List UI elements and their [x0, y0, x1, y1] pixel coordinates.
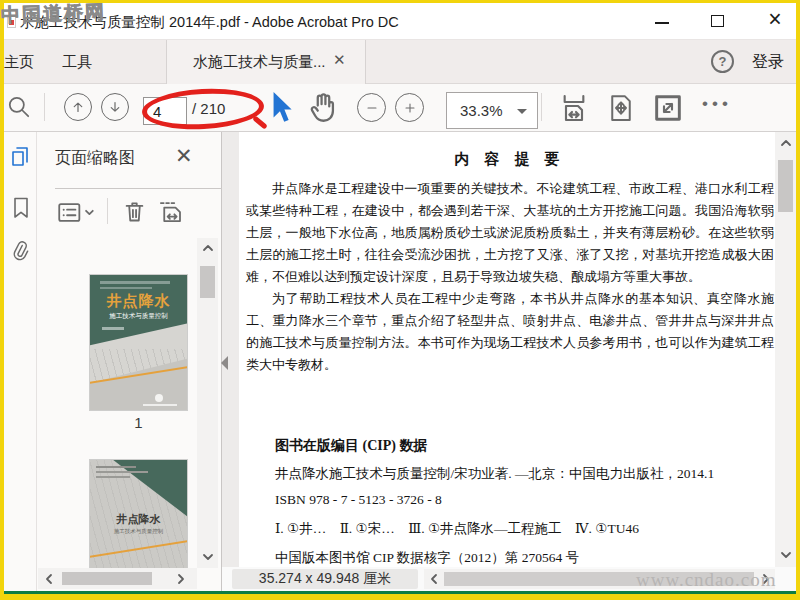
help-icon[interactable]: ? — [711, 50, 734, 73]
scrollbar-thumb[interactable] — [200, 266, 215, 298]
fullscreen-icon[interactable] — [652, 92, 684, 124]
main-toolbar: / 210 33.3% ••• — [0, 84, 800, 132]
scroll-down-icon[interactable] — [780, 550, 792, 560]
back-cover-fineprint — [96, 476, 130, 478]
document-gutter — [222, 132, 239, 567]
cip-line: 井点降水施工技术与质量控制/宋功业著. —北京：中国电力出版社，2014.1 — [275, 465, 714, 483]
content-summary-text: 井点降水是工程建设中一项重要的关键技术。不论建筑工程、市政工程、港口水利工程或某… — [246, 178, 774, 376]
title-bar: 水施工技术与质量控制 2014年.pdf - Adobe Acrobat Pro… — [0, 3, 800, 40]
scrollbar-thumb[interactable] — [778, 160, 793, 212]
more-tools-icon[interactable]: ••• — [702, 94, 732, 114]
hand-tool-icon[interactable] — [306, 90, 340, 124]
document-vertical-scrollbar[interactable] — [775, 132, 796, 567]
cover-subtitle: 施工技术与质量控制 — [90, 312, 187, 321]
select-tool-cursor-icon[interactable] — [269, 91, 293, 129]
site-watermark-top: 中国道桥网 — [1, 0, 107, 29]
page-size-readout: 35.274 x 49.948 厘米 — [232, 569, 418, 589]
panel-close-icon[interactable]: ✕ — [175, 144, 193, 168]
cover-fineprint — [100, 287, 152, 289]
tab-bar: 主页 工具 水施工技术与质量... ✕ ? 登录 — [0, 40, 800, 84]
next-page-button[interactable] — [101, 93, 129, 121]
frame-edge-bottom — [0, 594, 800, 600]
tab-home[interactable]: 主页 — [4, 53, 34, 72]
fit-page-icon[interactable] — [606, 92, 636, 124]
chevron-down-icon — [517, 109, 527, 114]
search-icon[interactable] — [6, 94, 32, 120]
page-thumbnails-panel: 页面缩略图 ✕ 井点降水 施工技术与质量控制 1 — [37, 132, 222, 591]
back-cover-title: 井点降水 — [90, 512, 187, 527]
scroll-left-icon[interactable] — [429, 573, 439, 585]
previous-page-button[interactable] — [64, 93, 92, 121]
zoom-out-button[interactable] — [357, 93, 386, 122]
cip-heading: 图书在版编目 (CIP) 数据 — [275, 437, 714, 455]
attachments-icon[interactable] — [6, 237, 34, 267]
delete-pages-icon[interactable] — [121, 198, 148, 225]
panel-title: 页面缩略图 — [55, 148, 135, 169]
navigation-pane-strip — [4, 132, 37, 591]
thumbnails-vertical-scrollbar[interactable] — [197, 238, 218, 568]
close-window-button[interactable]: × — [760, 4, 790, 34]
crop-pages-icon[interactable] — [156, 198, 186, 225]
page-thumbnails-icon[interactable] — [9, 144, 33, 168]
document-view: 内 容 提 要 井点降水是工程建设中一项重要的关键技术。不论建筑工程、市政工程、… — [222, 132, 775, 567]
scrollbar-thumb[interactable] — [62, 572, 152, 585]
sign-in-link[interactable]: 登录 — [752, 52, 784, 73]
toolbar-separator — [44, 93, 45, 121]
cip-line: Ⅰ. ①井… Ⅱ. ①宋… Ⅲ. ①井点降水—工程施工 Ⅳ. ①TU46 — [275, 520, 714, 538]
publisher-logo — [155, 394, 163, 402]
tab-close-icon[interactable]: ✕ — [333, 51, 346, 69]
toolbar-separator — [541, 93, 542, 121]
red-circle-annotation — [141, 86, 265, 132]
red-circle-annotation-tail — [252, 115, 267, 129]
cip-line: 中国版本图书馆 CIP 数据核字（2012）第 270564 号 — [275, 549, 714, 567]
panel-divider — [55, 188, 227, 189]
scroll-up-icon[interactable] — [780, 138, 792, 148]
back-cover-fineprint — [96, 466, 136, 468]
scroll-right-icon[interactable] — [176, 573, 186, 585]
back-cover-fineprint — [96, 471, 148, 473]
bookmarks-icon[interactable] — [11, 196, 31, 220]
tab-document-label: 水施工技术与质量... — [193, 53, 326, 72]
zoom-level-value: 33.3% — [460, 102, 503, 119]
thumbnail-options-icon[interactable] — [57, 200, 95, 226]
zoom-level-dropdown[interactable]: 33.3% — [446, 92, 538, 129]
zoom-in-button[interactable] — [395, 93, 424, 122]
publisher-logo-text — [143, 404, 177, 407]
panel-collapse-handle[interactable] — [221, 356, 228, 370]
paragraph: 井点降水是工程建设中一项重要的关键技术。不论建筑工程、市政工程、港口水利工程或某… — [246, 178, 774, 288]
scroll-left-icon[interactable] — [44, 573, 54, 585]
cip-block: 图书在版编目 (CIP) 数据 井点降水施工技术与质量控制/宋功业著. —北京：… — [275, 437, 714, 567]
tab-document[interactable]: 水施工技术与质量... ✕ — [166, 40, 366, 84]
scroll-down-icon[interactable] — [202, 552, 214, 562]
thumbnail-page-1[interactable]: 井点降水 施工技术与质量控制 — [90, 275, 187, 410]
thumbnail-page-number[interactable]: 1 — [90, 414, 187, 431]
scroll-up-icon[interactable] — [202, 243, 214, 253]
tab-tools[interactable]: 工具 — [62, 53, 92, 72]
thumbnails-horizontal-scrollbar[interactable] — [38, 568, 197, 589]
fit-width-icon[interactable] — [558, 92, 590, 124]
maximize-button[interactable] — [704, 11, 732, 33]
back-cover-subtitle: 施工技术与质量控制 — [90, 528, 187, 535]
frame-edge-top — [0, 0, 800, 3]
thumbnails-list: 井点降水 施工技术与质量控制 1 井点降水 施工技术与质量控制 — [37, 238, 196, 568]
cover-fineprint — [100, 281, 170, 284]
minimize-button[interactable] — [648, 11, 676, 33]
content-summary-heading: 内 容 提 要 — [239, 150, 775, 169]
frame-edge-left — [0, 0, 4, 600]
frame-edge-right — [796, 0, 800, 600]
thumbnail-page-2[interactable]: 井点降水 施工技术与质量控制 — [90, 460, 187, 568]
pdf-page: 内 容 提 要 井点降水是工程建设中一项重要的关键技术。不论建筑工程、市政工程、… — [239, 134, 775, 567]
cover-title: 井点降水 — [90, 292, 187, 311]
cip-line: ISBN 978 - 7 - 5123 - 3726 - 8 — [275, 491, 714, 509]
cover-author-line — [102, 327, 124, 330]
panel-separator — [107, 198, 108, 224]
paragraph: 为了帮助工程技术人员在工程中少走弯路，本书从井点降水的基本知识、真空降水施工、重… — [246, 288, 774, 376]
site-watermark-bottom: www.cndao.com — [636, 569, 777, 591]
